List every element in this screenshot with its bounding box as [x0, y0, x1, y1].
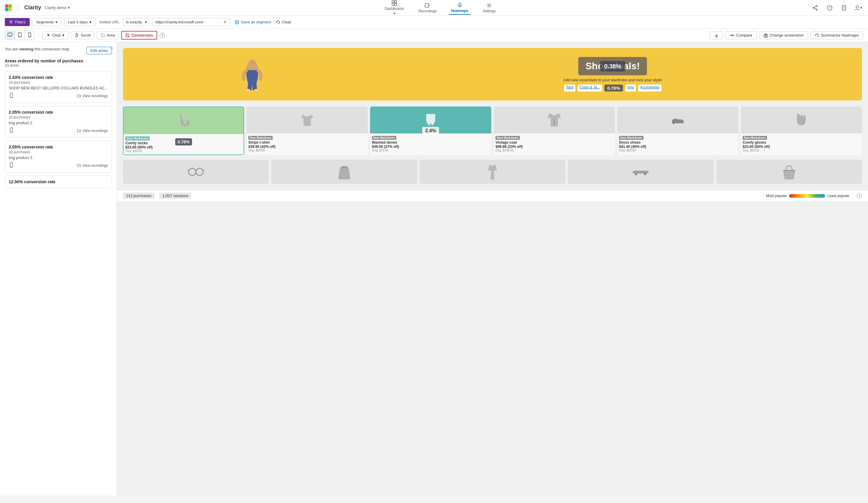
date-range-button[interactable]: Last 3 days ▾	[64, 18, 96, 26]
product-name-socks: Comfy socks	[125, 141, 242, 145]
product-card-shoes[interactable]: New Markdown Dress shoes $41.40 (40% off…	[617, 106, 738, 155]
product-card-socks[interactable]: New Markdown Comfy socks $23.60 (60% off…	[123, 106, 244, 155]
clear-url-icon[interactable]: ✕	[224, 20, 227, 24]
product-card-basket[interactable]	[716, 160, 862, 184]
area-label-3: img product 3	[9, 155, 108, 160]
svg-line-15	[814, 6, 816, 8]
view-desktop-button[interactable]	[5, 31, 15, 40]
bag-icon	[335, 163, 353, 181]
view-recordings-btn-3[interactable]: View recordings	[77, 163, 108, 168]
view-recordings-btn-2[interactable]: View recordings	[77, 129, 108, 133]
view-mobile-button[interactable]	[25, 31, 34, 40]
product-img-glasses	[123, 160, 269, 184]
product-img-denim: 2.4%	[370, 106, 491, 133]
svg-rect-5	[395, 1, 397, 3]
svg-point-11	[488, 4, 490, 6]
product-info-tshirt: New Markdown Stripe t-shirt $39.90 (42% …	[247, 133, 368, 155]
area-phone-icon-3[interactable]	[9, 162, 14, 168]
banner-links: Tops Coats & Ja... 0.78% oms Accessories	[372, 85, 853, 92]
svg-point-56	[248, 59, 256, 67]
banner-link-tops[interactable]: Tops	[564, 85, 575, 92]
banner-figure-area	[132, 58, 372, 91]
download-button[interactable]	[710, 31, 723, 39]
clear-button[interactable]: Clear	[276, 20, 291, 24]
area-actions-2: View recordings	[9, 127, 108, 134]
product-name-denim: Washed denim	[372, 140, 489, 145]
svg-rect-68	[633, 171, 649, 173]
dashboards-icon	[391, 0, 397, 6]
area-phone-icon-2[interactable]	[9, 127, 14, 134]
area-label-2: img product 2	[9, 121, 108, 125]
footer-info-icon[interactable]: ℹ	[857, 193, 862, 198]
filter-condition-select[interactable]: is exactly ▾	[123, 18, 150, 26]
filter-url-input[interactable]: https://clarity.microsoft.com/ ✕	[152, 18, 230, 26]
click-heatmap-button[interactable]: Click ▾	[42, 31, 69, 39]
legend-color-bar	[789, 194, 825, 198]
product-card-denim[interactable]: 2.4% New Markdown Washed denim $49.50 (3…	[370, 106, 491, 155]
banner-link-oms[interactable]: oms	[626, 85, 636, 92]
conversion-heatmap-button[interactable]: Conversion	[121, 31, 157, 40]
socks-icon	[175, 112, 193, 130]
nav-item-recordings[interactable]: Recordings	[416, 1, 439, 14]
toolbar-separator	[38, 32, 39, 39]
product-card-tshirt[interactable]: New Markdown Stripe t-shirt $39.90 (42% …	[247, 106, 368, 155]
share-icon[interactable]	[810, 3, 820, 13]
product-name-tshirt: Stripe t-shirt	[248, 140, 366, 145]
sidebar-section-sub: 33 areas	[5, 63, 112, 68]
nav-item-heatmaps[interactable]: Heatmaps	[449, 1, 471, 15]
product-card-dress[interactable]	[420, 160, 565, 184]
footer-bar: 112 purchases 1,007 sessions Most popula…	[117, 190, 868, 201]
segments-dropdown-icon: ▾	[55, 20, 58, 24]
tablet-icon	[18, 32, 22, 37]
nav-item-dashboards[interactable]: Dashboards ▾	[382, 0, 406, 17]
segments-button[interactable]: Segments ▾	[32, 18, 62, 26]
product-card-coat[interactable]: New Markdown Vintage coat $99.99 (33% of…	[494, 106, 615, 155]
help-icon[interactable]: ?	[825, 3, 834, 13]
banner-link-accessories[interactable]: Accessories	[638, 85, 661, 92]
svg-point-61	[554, 123, 555, 124]
user-avatar[interactable]: ▾	[854, 3, 863, 13]
area-heatmap-button[interactable]: Area	[97, 31, 119, 39]
svg-point-70	[644, 173, 647, 175]
svg-point-34	[29, 36, 30, 37]
svg-rect-37	[101, 34, 104, 37]
nav-item-settings[interactable]: Settings	[480, 1, 498, 14]
svg-point-12	[816, 6, 817, 7]
docs-icon[interactable]	[839, 3, 849, 13]
area-phone-icon-1[interactable]	[9, 93, 14, 99]
area-purchases-2: 10 purchases	[9, 115, 108, 119]
area-rate-2: 2.05% conversion rate	[9, 110, 108, 115]
save-segment-button[interactable]: Save as segment	[232, 18, 273, 26]
summarize-heatmaps-button[interactable]: Summarize heatmaps	[810, 31, 863, 39]
banner-link-coats[interactable]: Coats & Ja...	[578, 85, 602, 92]
product-card-board[interactable]	[568, 160, 714, 184]
filters-button[interactable]: Filters	[5, 18, 30, 26]
product-card-bag[interactable]	[271, 160, 417, 184]
sidebar: « Edit areas You are viewing this conver…	[0, 42, 117, 495]
view-recordings-btn-1[interactable]: View recordings	[77, 94, 108, 98]
product-card-glasses[interactable]	[123, 160, 269, 184]
product-name-shoes: Dress shoes	[619, 140, 737, 145]
gloves-icon	[793, 111, 810, 129]
svg-marker-50	[80, 130, 81, 131]
glasses-icon	[187, 163, 205, 181]
compare-button[interactable]: Compare	[725, 31, 756, 39]
camera-icon	[764, 33, 768, 38]
svg-text:?: ?	[829, 6, 830, 10]
sidebar-collapse-button[interactable]: «	[111, 45, 113, 50]
heatmap-info-icon[interactable]: ℹ	[159, 33, 165, 38]
product-card-gloves[interactable]: New Markdown Comfy gloves $23.60 (60% of…	[741, 106, 862, 155]
demo-selector[interactable]: Clarity demo ▾	[45, 6, 70, 10]
view-tablet-button[interactable]	[15, 31, 25, 40]
scroll-heatmap-button[interactable]: Scroll	[71, 31, 94, 39]
change-screenshot-button[interactable]: Change screenshot	[759, 31, 808, 39]
product-img-bag	[271, 160, 417, 184]
conversion-icon	[125, 33, 130, 38]
svg-point-60	[554, 121, 555, 122]
svg-rect-7	[395, 3, 397, 6]
click-dropdown-icon: ▾	[62, 33, 64, 38]
svg-point-63	[189, 168, 196, 175]
edit-areas-button[interactable]: Edit areas	[86, 47, 112, 54]
video-icon-1	[77, 94, 81, 98]
banner-nav-overlay: 0.78%	[604, 85, 623, 92]
